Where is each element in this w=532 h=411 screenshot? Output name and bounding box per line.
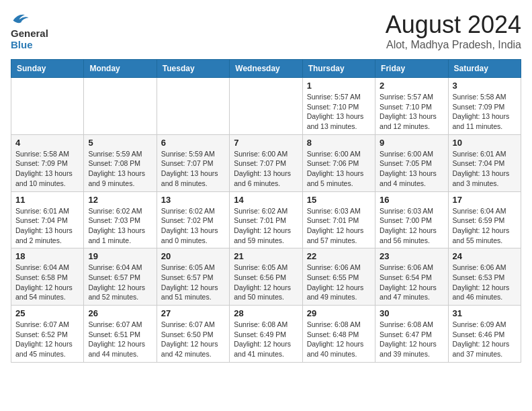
calendar-header: SundayMondayTuesdayWednesdayThursdayFrid… [11,60,521,78]
day-number: 29 [307,308,371,318]
day-cell [11,78,84,135]
day-number: 2 [380,81,443,91]
day-cell [84,78,157,135]
day-detail: Sunrise: 6:06 AM Sunset: 6:53 PM Dayligh… [453,263,517,302]
day-cell: 14Sunrise: 6:02 AM Sunset: 7:01 PM Dayli… [230,191,302,248]
day-headers-row: SundayMondayTuesdayWednesdayThursdayFrid… [11,60,521,78]
day-cell: 12Sunrise: 6:02 AM Sunset: 7:03 PM Dayli… [84,191,157,248]
day-cell: 24Sunrise: 6:06 AM Sunset: 6:53 PM Dayli… [448,248,521,306]
day-number: 26 [88,308,152,318]
day-number: 17 [453,195,517,205]
col-header-sunday: Sunday [11,60,84,78]
col-header-thursday: Thursday [302,60,375,78]
day-number: 31 [453,308,517,318]
day-detail: Sunrise: 5:58 AM Sunset: 7:09 PM Dayligh… [15,149,79,189]
day-cell: 10Sunrise: 6:01 AM Sunset: 7:04 PM Dayli… [448,134,521,191]
logo-text-blue: Blue [11,39,33,50]
col-header-wednesday: Wednesday [230,60,302,78]
day-number: 28 [234,308,298,318]
day-cell: 21Sunrise: 6:05 AM Sunset: 6:56 PM Dayli… [230,248,302,306]
day-cell: 25Sunrise: 6:07 AM Sunset: 6:52 PM Dayli… [11,306,84,363]
week-row-2: 4Sunrise: 5:58 AM Sunset: 7:09 PM Daylig… [11,134,521,191]
day-detail: Sunrise: 6:03 AM Sunset: 7:00 PM Dayligh… [380,206,443,246]
day-detail: Sunrise: 6:05 AM Sunset: 6:56 PM Dayligh… [234,263,298,302]
day-cell [157,78,229,135]
week-row-3: 11Sunrise: 6:01 AM Sunset: 7:04 PM Dayli… [11,191,521,248]
day-detail: Sunrise: 5:58 AM Sunset: 7:09 PM Dayligh… [453,92,517,132]
day-cell: 26Sunrise: 6:07 AM Sunset: 6:51 PM Dayli… [84,306,157,363]
day-cell: 28Sunrise: 6:08 AM Sunset: 6:49 PM Dayli… [230,306,302,363]
day-cell: 2Sunrise: 5:57 AM Sunset: 7:10 PM Daylig… [375,78,448,135]
day-cell: 7Sunrise: 6:00 AM Sunset: 7:07 PM Daylig… [230,134,302,191]
day-detail: Sunrise: 6:09 AM Sunset: 6:46 PM Dayligh… [453,320,517,359]
week-row-4: 18Sunrise: 6:04 AM Sunset: 6:58 PM Dayli… [11,248,521,306]
day-cell: 5Sunrise: 5:59 AM Sunset: 7:08 PM Daylig… [84,134,157,191]
logo: General Blue [11,11,48,50]
day-detail: Sunrise: 6:03 AM Sunset: 7:01 PM Dayligh… [307,206,371,246]
logo-text-general: General [11,28,48,39]
title-block: August 2024 Alot, Madhya Pradesh, India [386,11,521,51]
day-detail: Sunrise: 6:02 AM Sunset: 7:01 PM Dayligh… [234,206,298,246]
day-number: 15 [307,195,371,205]
day-detail: Sunrise: 5:57 AM Sunset: 7:10 PM Dayligh… [307,92,371,132]
day-detail: Sunrise: 6:00 AM Sunset: 7:06 PM Dayligh… [307,149,371,189]
day-number: 30 [380,308,443,318]
day-detail: Sunrise: 6:00 AM Sunset: 7:07 PM Dayligh… [234,149,298,189]
day-cell: 18Sunrise: 6:04 AM Sunset: 6:58 PM Dayli… [11,248,84,306]
day-cell: 23Sunrise: 6:06 AM Sunset: 6:54 PM Dayli… [375,248,448,306]
day-cell: 1Sunrise: 5:57 AM Sunset: 7:10 PM Daylig… [302,78,375,135]
day-number: 1 [307,81,371,91]
col-header-monday: Monday [84,60,157,78]
day-number: 12 [88,195,152,205]
day-detail: Sunrise: 6:00 AM Sunset: 7:05 PM Dayligh… [380,149,443,189]
day-detail: Sunrise: 6:07 AM Sunset: 6:52 PM Dayligh… [15,320,79,359]
day-detail: Sunrise: 6:07 AM Sunset: 6:51 PM Dayligh… [88,320,152,359]
week-row-1: 1Sunrise: 5:57 AM Sunset: 7:10 PM Daylig… [11,78,521,135]
day-number: 27 [161,308,225,318]
day-detail: Sunrise: 6:06 AM Sunset: 6:54 PM Dayligh… [380,263,443,302]
day-detail: Sunrise: 5:57 AM Sunset: 7:10 PM Dayligh… [380,92,443,132]
day-number: 6 [161,138,225,148]
day-number: 4 [15,138,79,148]
day-number: 20 [161,251,225,261]
day-number: 16 [380,195,443,205]
day-detail: Sunrise: 6:02 AM Sunset: 7:03 PM Dayligh… [88,206,152,246]
day-number: 7 [234,138,298,148]
day-number: 9 [380,138,443,148]
day-number: 14 [234,195,298,205]
day-cell: 9Sunrise: 6:00 AM Sunset: 7:05 PM Daylig… [375,134,448,191]
calendar-title: August 2024 [386,11,521,39]
day-detail: Sunrise: 6:07 AM Sunset: 6:50 PM Dayligh… [161,320,225,359]
day-number: 25 [15,308,79,318]
week-row-5: 25Sunrise: 6:07 AM Sunset: 6:52 PM Dayli… [11,306,521,363]
day-number: 23 [380,251,443,261]
day-detail: Sunrise: 5:59 AM Sunset: 7:07 PM Dayligh… [161,149,225,189]
day-cell: 19Sunrise: 6:04 AM Sunset: 6:57 PM Dayli… [84,248,157,306]
day-cell: 13Sunrise: 6:02 AM Sunset: 7:02 PM Dayli… [157,191,229,248]
day-cell: 31Sunrise: 6:09 AM Sunset: 6:46 PM Dayli… [448,306,521,363]
day-cell: 27Sunrise: 6:07 AM Sunset: 6:50 PM Dayli… [157,306,229,363]
day-detail: Sunrise: 6:04 AM Sunset: 6:59 PM Dayligh… [453,206,517,246]
day-cell: 17Sunrise: 6:04 AM Sunset: 6:59 PM Dayli… [448,191,521,248]
day-number: 22 [307,251,371,261]
day-cell: 20Sunrise: 6:05 AM Sunset: 6:57 PM Dayli… [157,248,229,306]
day-detail: Sunrise: 6:02 AM Sunset: 7:02 PM Dayligh… [161,206,225,246]
day-number: 13 [161,195,225,205]
day-detail: Sunrise: 6:04 AM Sunset: 6:58 PM Dayligh… [15,263,79,302]
day-detail: Sunrise: 6:06 AM Sunset: 6:55 PM Dayligh… [307,263,371,302]
day-cell: 11Sunrise: 6:01 AM Sunset: 7:04 PM Dayli… [11,191,84,248]
calendar-body: 1Sunrise: 5:57 AM Sunset: 7:10 PM Daylig… [11,78,521,363]
day-cell: 29Sunrise: 6:08 AM Sunset: 6:48 PM Dayli… [302,306,375,363]
day-cell: 30Sunrise: 6:08 AM Sunset: 6:47 PM Dayli… [375,306,448,363]
calendar-table: SundayMondayTuesdayWednesdayThursdayFrid… [11,59,521,363]
day-number: 8 [307,138,371,148]
col-header-friday: Friday [375,60,448,78]
day-number: 11 [15,195,79,205]
day-cell: 4Sunrise: 5:58 AM Sunset: 7:09 PM Daylig… [11,134,84,191]
col-header-saturday: Saturday [448,60,521,78]
day-detail: Sunrise: 6:08 AM Sunset: 6:48 PM Dayligh… [307,320,371,359]
day-detail: Sunrise: 6:01 AM Sunset: 7:04 PM Dayligh… [15,206,79,246]
day-number: 24 [453,251,517,261]
day-number: 10 [453,138,517,148]
day-detail: Sunrise: 6:01 AM Sunset: 7:04 PM Dayligh… [453,149,517,189]
